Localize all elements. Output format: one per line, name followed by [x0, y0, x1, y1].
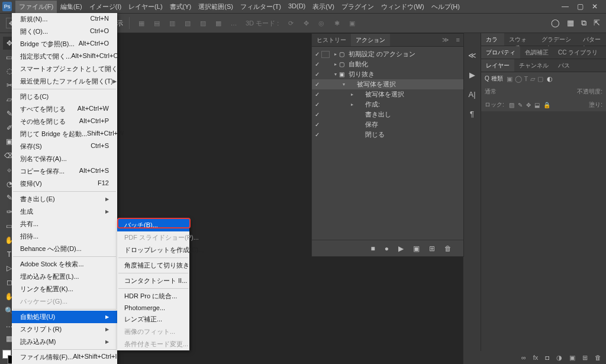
- caret-icon[interactable]: ▸: [332, 62, 339, 67]
- layer-footer-button[interactable]: ⊞: [582, 354, 588, 362]
- panel-menu-button[interactable]: ≡: [453, 34, 463, 46]
- layers-list[interactable]: [481, 111, 606, 364]
- 3d-mode-button[interactable]: ▣: [346, 17, 358, 29]
- automate-menu-item[interactable]: 画像のフィット...: [117, 326, 189, 338]
- panel-tab[interactable]: スウォッチ: [504, 33, 537, 46]
- action-check-icon[interactable]: ✓: [313, 81, 321, 88]
- file-menu-item[interactable]: 読み込み(M): [12, 336, 117, 348]
- layer-filter-icon[interactable]: T: [524, 75, 528, 83]
- 3d-mode-button[interactable]: ◎: [315, 17, 327, 29]
- file-menu-item[interactable]: コピーを保存...Alt+Ctrl+S: [12, 165, 117, 178]
- optbar-right-icon[interactable]: ◯: [551, 18, 560, 28]
- layer-filter-kind[interactable]: Q 種類: [485, 75, 503, 83]
- file-menu-item[interactable]: スマートオブジェクトとして開く...: [12, 63, 117, 75]
- caret-icon[interactable]: ▾: [340, 82, 347, 87]
- menu-h[interactable]: ヘルプ(H): [428, 1, 463, 13]
- layer-footer-button[interactable]: 🗑: [595, 354, 601, 361]
- optbar-right-icon[interactable]: ▦: [567, 18, 574, 28]
- file-menu-item[interactable]: 埋め込みを配置(L)...: [12, 270, 117, 283]
- action-tree-row[interactable]: ✓書き出し: [312, 109, 463, 120]
- actions-footer-button[interactable]: ▶: [398, 244, 404, 253]
- automate-menu-item[interactable]: PDF スライドショー(P)...: [117, 231, 189, 244]
- lock-icon[interactable]: ✥: [526, 102, 531, 108]
- file-menu-item[interactable]: その他を閉じるAlt+Ctrl+P: [12, 115, 117, 128]
- actions-footer-button[interactable]: 🗑: [444, 244, 452, 253]
- panel-tab[interactable]: レイヤー: [481, 59, 514, 72]
- file-menu-item[interactable]: Behance へ公開(D)...: [12, 243, 117, 255]
- automate-menu-item[interactable]: コンタクトシート II...: [117, 275, 189, 287]
- menu-t[interactable]: フィルター(T): [237, 1, 285, 13]
- lock-icon[interactable]: ✎: [518, 102, 523, 108]
- file-menu-item[interactable]: 共有...: [12, 218, 117, 230]
- menu-l[interactable]: レイヤー(L): [125, 1, 166, 13]
- panel-tab[interactable]: グラデーション: [537, 33, 578, 46]
- caret-icon[interactable]: ▸: [332, 51, 339, 57]
- action-check-icon[interactable]: ✓: [313, 91, 321, 98]
- action-tree-row[interactable]: ✓▸▢初期設定 のアクション: [312, 49, 463, 59]
- action-tree-row[interactable]: ✓閉じる: [312, 130, 463, 140]
- align-button[interactable]: …: [228, 17, 240, 29]
- dock-icon[interactable]: A|: [468, 90, 475, 99]
- layer-filter-icon[interactable]: ▱: [530, 75, 535, 83]
- optbar-right-icon[interactable]: ⧉: [581, 18, 586, 28]
- panel-tab[interactable]: チャンネル: [514, 59, 553, 72]
- action-tree-row[interactable]: ✓▸被写体を選択: [312, 89, 463, 99]
- action-check-icon[interactable]: ✓: [313, 71, 321, 78]
- action-check-icon[interactable]: ✓: [313, 111, 321, 118]
- actions-footer-button[interactable]: ●: [385, 244, 389, 253]
- file-menu-item[interactable]: 自動処理(U): [12, 311, 117, 323]
- lock-icon[interactable]: ▨: [509, 102, 514, 108]
- automate-menu-item[interactable]: 角度補正して切り抜き: [117, 259, 189, 272]
- menu-y[interactable]: 書式(Y): [166, 1, 195, 13]
- window-close-button[interactable]: ✕: [592, 2, 598, 11]
- layer-footer-button[interactable]: ▣: [569, 354, 575, 362]
- align-button[interactable]: ▥: [166, 17, 178, 29]
- file-menu-item[interactable]: 指定形式で開く...Alt+Shift+Ctrl+O: [12, 50, 117, 63]
- window-maximize-button[interactable]: ▢: [577, 2, 584, 11]
- automate-menu-item[interactable]: Photomerge...: [117, 302, 189, 313]
- layer-footer-button[interactable]: ◑: [556, 354, 562, 362]
- dock-icon[interactable]: ▶: [469, 70, 475, 79]
- action-tree-row[interactable]: ✓▸作成:: [312, 99, 463, 109]
- layer-footer-button[interactable]: fx: [533, 354, 539, 361]
- actions-footer-button[interactable]: ▣: [413, 244, 420, 253]
- layer-filter-icon[interactable]: ◯: [515, 75, 522, 83]
- 3d-mode-button[interactable]: ✱: [331, 17, 343, 29]
- file-menu-item[interactable]: 招待...: [12, 230, 117, 243]
- layer-filter-icon[interactable]: ▢: [537, 75, 543, 83]
- file-menu-item[interactable]: 保存(S)Ctrl+S: [12, 140, 117, 153]
- align-button[interactable]: ▧: [182, 17, 194, 29]
- dock-icon[interactable]: ≪: [468, 51, 476, 60]
- menu-i[interactable]: イメージ(I): [86, 1, 125, 13]
- menu-e[interactable]: 編集(E): [57, 1, 86, 13]
- file-menu-item[interactable]: 開く(O)...Ctrl+O: [12, 25, 117, 38]
- align-button[interactable]: ▤: [151, 17, 163, 29]
- automate-menu-item[interactable]: バッチ(B)...: [117, 219, 189, 231]
- action-check-icon[interactable]: ✓: [313, 51, 321, 57]
- file-menu-item[interactable]: 書き出し(E): [12, 193, 117, 205]
- panel-tab[interactable]: カラー: [481, 33, 504, 46]
- align-button[interactable]: ▩: [212, 17, 224, 29]
- action-check-icon[interactable]: ✓: [313, 101, 321, 108]
- optbar-right-icon[interactable]: ⇱: [594, 18, 600, 28]
- file-menu-item[interactable]: 復帰(V)F12: [12, 178, 117, 190]
- file-menu-item[interactable]: Adobe Stock を検索...: [12, 258, 117, 270]
- action-tree-row[interactable]: ✓▾被写体を選択: [312, 79, 463, 89]
- panel-collapse-button[interactable]: ≫: [439, 34, 453, 46]
- actions-footer-button[interactable]: ■: [371, 244, 375, 253]
- panel-tab[interactable]: パターン: [578, 33, 606, 46]
- automate-menu-item[interactable]: レンズ補正...: [117, 313, 189, 326]
- file-menu-item[interactable]: リンクを配置(K)...: [12, 283, 117, 295]
- layer-footer-button[interactable]: ◘: [545, 354, 549, 361]
- 3d-mode-button[interactable]: ⟳: [285, 17, 296, 29]
- window-minimize-button[interactable]: —: [562, 2, 569, 11]
- align-button[interactable]: ▦: [136, 17, 147, 29]
- blend-mode-dropdown[interactable]: 通常: [485, 88, 497, 96]
- actions-footer-button[interactable]: ⊞: [429, 244, 435, 253]
- panel-tab[interactable]: CC ライブラリ: [553, 46, 602, 59]
- file-menu-item[interactable]: 生成: [12, 205, 117, 218]
- file-menu-item[interactable]: 閉じる(C): [12, 91, 117, 103]
- 3d-mode-button[interactable]: ✥: [300, 17, 312, 29]
- action-dialog-toggle[interactable]: [321, 51, 330, 58]
- action-check-icon[interactable]: ✓: [313, 61, 321, 67]
